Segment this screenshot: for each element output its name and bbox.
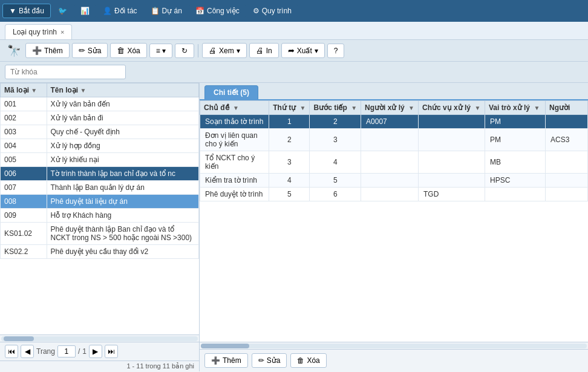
detail-table-row[interactable]: Kiểm tra tờ trình 4 5 HPSC [200, 174, 588, 188]
page-input[interactable] [57, 345, 76, 357]
left-table-row[interactable]: 001Xử lý văn bản đến [1, 97, 199, 111]
filter-ma-icon[interactable]: ▼ [31, 87, 37, 94]
nav-chart2[interactable]: 🐦 [52, 4, 73, 18]
tab-close-icon[interactable]: × [60, 28, 64, 36]
cell-ma: 008 [1, 195, 47, 209]
left-table-row[interactable]: KS01.02Phê duyệt thành lập Ban chỉ đạo v… [1, 223, 199, 245]
col-header-nguoixuly: Người xử lý ▼ [361, 101, 419, 115]
left-table-row[interactable]: 009Hỗ trợ Khách hàng [1, 209, 199, 223]
left-table-row[interactable]: 002Xử lý văn bản đi [1, 111, 199, 125]
col-vaitro-label: Vai trò xử lý [489, 103, 530, 112]
refresh-button[interactable]: ↻ [175, 44, 194, 58]
in-button[interactable]: 🖨 In [249, 43, 279, 58]
left-table-row[interactable]: KS02.2Phê duyệt yêu cầu thay đổi v2 [1, 245, 199, 259]
detail-table-row[interactable]: Đơn vị liên quan cho ý kiến 2 3 PM ACS3 [200, 129, 588, 151]
duan-label: Dự án [162, 7, 182, 15]
xoa-label: Xóa [127, 47, 140, 55]
them-button[interactable]: ➕ Thêm [25, 43, 70, 58]
detail-bottom-toolbar: ➕ Thêm ✏ Sửa 🗑 Xóa [200, 349, 588, 371]
cell-ma: 005 [1, 153, 47, 167]
xuat-button[interactable]: ➦ Xuất ▾ [281, 43, 325, 58]
right-scroll-track[interactable] [201, 344, 587, 348]
chitiet-tab-label: Chi tiết (5) [214, 88, 249, 97]
right-scroll-thumb[interactable] [201, 344, 249, 348]
main-content: Mã loại ▼ Tên loại ▼ 001Xử lý văn bản đế… [0, 83, 588, 371]
filter-buoctiep-icon[interactable]: ▼ [351, 105, 357, 111]
left-table-row[interactable]: 007Thành lập Ban quản lý dự án [1, 181, 199, 195]
nav-doitac[interactable]: 👤 Đối tác [97, 4, 143, 18]
cell-chude: Đơn vị liên quan cho ý kiến [200, 129, 269, 151]
filter-vaitro-icon[interactable]: ▼ [534, 105, 540, 111]
cell-chucvuxuly [419, 174, 485, 188]
left-horizontal-scrollbar[interactable] [0, 334, 199, 342]
cell-ten: Xử lý văn bản đi [47, 111, 198, 125]
cell-nguoi2 [546, 115, 588, 129]
left-table-row[interactable]: 006Tờ trình thành lập ban chỉ đạo và tổ … [1, 167, 199, 181]
search-input[interactable] [5, 65, 126, 79]
start-button[interactable]: ▼ Bắt đầu [2, 4, 51, 18]
xoa-button[interactable]: 🗑 Xóa [110, 43, 146, 58]
cell-nguoixuly [361, 129, 419, 151]
tab-loaiquytrinh[interactable]: Loại quy trình × [5, 24, 72, 39]
them-label: Thêm [44, 47, 63, 55]
cell-thutu: 3 [269, 151, 310, 174]
detail-table-wrapper: Chủ đề ▼ Thứ tự ▼ Bước tiếp ▼ Người xử [200, 100, 588, 342]
cell-buoctiep: 3 [310, 129, 361, 151]
xem-button[interactable]: 🖨 Xem ▾ [202, 43, 247, 58]
nav-congviec[interactable]: 📅 Công việc [189, 4, 246, 18]
filter-chucvuxuly-icon[interactable]: ▼ [474, 105, 480, 111]
right-panel: Chi tiết (5) Chủ đề ▼ Thứ tự ▼ [200, 83, 588, 371]
left-table: Mã loại ▼ Tên loại ▼ 001Xử lý văn bản đế… [0, 83, 199, 334]
left-table-row[interactable]: 005Xử lý khiếu nại [1, 153, 199, 167]
col-header-chucvuxuly: Chức vụ xử lý ▼ [419, 101, 485, 115]
next-page-button[interactable]: ▶ [89, 345, 102, 358]
nav-chart1[interactable]: 📊 [74, 4, 96, 18]
detail-table-row[interactable]: Phê duyệt tờ trình 5 6 TGD [200, 188, 588, 201]
cell-buoctiep: 2 [310, 115, 361, 129]
sua-button[interactable]: ✏ Sửa [72, 43, 108, 58]
cell-buoctiep: 5 [310, 174, 361, 188]
detail-them-label: Thêm [223, 356, 241, 365]
tab-chitiet[interactable]: Chi tiết (5) [204, 85, 258, 99]
left-scroll-thumb[interactable] [4, 336, 34, 341]
prev-page-button[interactable]: ◀ [21, 345, 34, 358]
filter-thutu-icon[interactable]: ▼ [300, 105, 306, 111]
left-table-row[interactable]: 004Xử lý hợp đồng [1, 139, 199, 153]
cell-nguoi2 [546, 151, 588, 174]
cell-ten: Thành lập Ban quản lý dự án [47, 181, 198, 195]
calendar-icon: 📅 [195, 7, 204, 15]
left-scroll-track[interactable] [1, 336, 198, 341]
detail-xoa-button[interactable]: 🗑 Xóa [290, 353, 326, 368]
nav-quytrinh[interactable]: ⚙ Quy trình [247, 4, 298, 18]
refresh-icon: ↻ [181, 47, 188, 55]
nav-duan[interactable]: 📋 Dự án [145, 4, 188, 18]
filter-nguoixuly-icon[interactable]: ▼ [408, 105, 414, 111]
filter-chude-icon[interactable]: ▼ [233, 105, 239, 111]
main-toolbar: 🔭 ➕ Thêm ✏ Sửa 🗑 Xóa ≡ ▾ ↻ 🖨 Xem ▾ 🖨 In … [0, 40, 588, 62]
last-page-button[interactable]: ⏭ [105, 345, 118, 358]
left-table-row[interactable]: 003Quy chế - Quyết định [1, 125, 199, 139]
detail-table-row[interactable]: Soạn thảo tờ trình 1 2 A0007 PM [200, 115, 588, 129]
doitac-label: Đối tác [114, 7, 137, 15]
menu-button[interactable]: ≡ ▾ [149, 44, 172, 58]
cell-buoctiep: 6 [310, 188, 361, 201]
col-nguoi2-label: Người [549, 103, 570, 112]
detail-them-button[interactable]: ➕ Thêm [204, 353, 248, 368]
quytrinh-label: Quy trình [262, 7, 292, 15]
in-label: In [266, 47, 272, 55]
tab-bar: Loại quy trình × [0, 22, 588, 40]
cell-chude: Tổ NCKT cho ý kiến [200, 151, 269, 174]
left-table-row[interactable]: 008Phê duyệt tài liệu dự án [1, 195, 199, 209]
cell-ma: 009 [1, 209, 47, 223]
xuat-arrow-icon: ▾ [315, 47, 318, 55]
col-ten-label: Tên loại [51, 86, 79, 94]
right-horizontal-scrollbar[interactable] [200, 342, 588, 349]
help-button[interactable]: ? [327, 44, 345, 58]
trash-icon: 🗑 [117, 46, 125, 55]
filter-ten-icon[interactable]: ▼ [80, 87, 87, 94]
detail-table-row[interactable]: Tổ NCKT cho ý kiến 3 4 MB [200, 151, 588, 174]
detail-sua-button[interactable]: ✏ Sửa [252, 353, 287, 368]
cell-ma: KS01.02 [1, 223, 47, 245]
cell-ten: Hỗ trợ Khách hàng [47, 209, 198, 223]
first-page-button[interactable]: ⏮ [5, 345, 18, 358]
